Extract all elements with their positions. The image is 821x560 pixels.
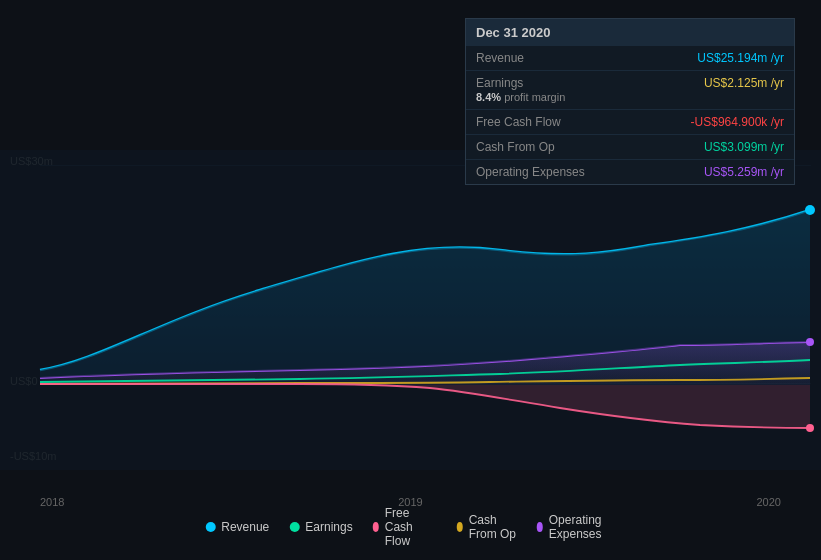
value-earnings: US$2.125m /yr: [596, 76, 784, 90]
legend-item-opex[interactable]: Operating Expenses: [537, 513, 616, 541]
legend-label-revenue: Revenue: [221, 520, 269, 534]
info-row-cashfromop: Cash From Op US$3.099m /yr: [466, 135, 794, 160]
legend-dot-fcf: [373, 522, 379, 532]
legend-label-cashfromop: Cash From Op: [469, 513, 517, 541]
value-revenue: US$25.194m /yr: [596, 51, 784, 65]
label-opex: Operating Expenses: [476, 165, 596, 179]
legend-item-revenue[interactable]: Revenue: [205, 520, 269, 534]
info-box: Dec 31 2020 Revenue US$25.194m /yr Earni…: [465, 18, 795, 185]
info-row-opex: Operating Expenses US$5.259m /yr: [466, 160, 794, 184]
legend-dot-revenue: [205, 522, 215, 532]
legend-label-earnings: Earnings: [305, 520, 352, 534]
legend: Revenue Earnings Free Cash Flow Cash Fro…: [205, 506, 616, 548]
x-label-2018: 2018: [40, 496, 64, 508]
chart-svg: [0, 150, 821, 470]
profit-margin: 8.4% profit margin: [476, 91, 565, 103]
value-opex: US$5.259m /yr: [596, 165, 784, 179]
info-row-fcf: Free Cash Flow -US$964.900k /yr: [466, 110, 794, 135]
info-box-body: Revenue US$25.194m /yr Earnings US$2.125…: [466, 46, 794, 184]
svg-point-2: [806, 338, 814, 346]
label-fcf: Free Cash Flow: [476, 115, 596, 129]
svg-point-3: [806, 424, 814, 432]
legend-dot-opex: [537, 522, 543, 532]
legend-dot-earnings: [289, 522, 299, 532]
legend-item-cashfromop[interactable]: Cash From Op: [457, 513, 517, 541]
label-cashfromop: Cash From Op: [476, 140, 596, 154]
value-fcf: -US$964.900k /yr: [596, 115, 784, 129]
legend-label-opex: Operating Expenses: [549, 513, 616, 541]
label-earnings: Earnings: [476, 76, 596, 90]
svg-point-1: [805, 205, 815, 215]
info-box-header: Dec 31 2020: [466, 19, 794, 46]
x-label-2020: 2020: [757, 496, 781, 508]
legend-label-fcf: Free Cash Flow: [385, 506, 437, 548]
value-cashfromop: US$3.099m /yr: [596, 140, 784, 154]
legend-item-earnings[interactable]: Earnings: [289, 520, 352, 534]
legend-dot-cashfromop: [457, 522, 463, 532]
legend-item-fcf[interactable]: Free Cash Flow: [373, 506, 437, 548]
label-revenue: Revenue: [476, 51, 596, 65]
info-row-revenue: Revenue US$25.194m /yr: [466, 46, 794, 71]
info-row-earnings: Earnings US$2.125m /yr 8.4% profit margi…: [466, 71, 794, 110]
